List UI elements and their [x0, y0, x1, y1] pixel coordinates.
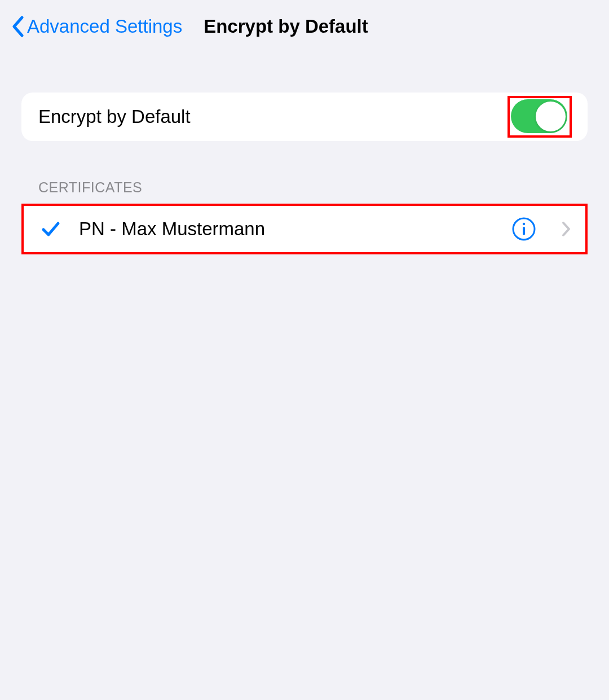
- encrypt-default-row: Encrypt by Default: [21, 93, 588, 141]
- certificate-row[interactable]: PN - Max Mustermann: [24, 206, 585, 252]
- certificate-row-highlight: PN - Max Mustermann: [21, 204, 588, 254]
- svg-point-1: [523, 223, 525, 225]
- back-label: Advanced Settings: [27, 16, 182, 37]
- encrypt-default-label: Encrypt by Default: [38, 106, 191, 127]
- page-title: Encrypt by Default: [204, 16, 368, 37]
- certificates-header: CERTIFICATES: [38, 179, 588, 196]
- chevron-right-icon: [561, 221, 572, 237]
- header: Advanced Settings Encrypt by Default: [0, 0, 609, 53]
- toggle-highlight: [508, 96, 572, 138]
- chevron-left-icon: [11, 16, 24, 37]
- encrypt-default-toggle[interactable]: [511, 99, 567, 133]
- settings-screen: Advanced Settings Encrypt by Default Enc…: [0, 0, 609, 700]
- svg-rect-2: [523, 227, 525, 235]
- back-button[interactable]: Advanced Settings: [11, 16, 182, 37]
- check-icon: [41, 219, 61, 239]
- info-icon[interactable]: [512, 217, 536, 241]
- content: Encrypt by Default CERTIFICATES PN - Max…: [0, 93, 609, 254]
- certificate-name: PN - Max Mustermann: [79, 218, 494, 240]
